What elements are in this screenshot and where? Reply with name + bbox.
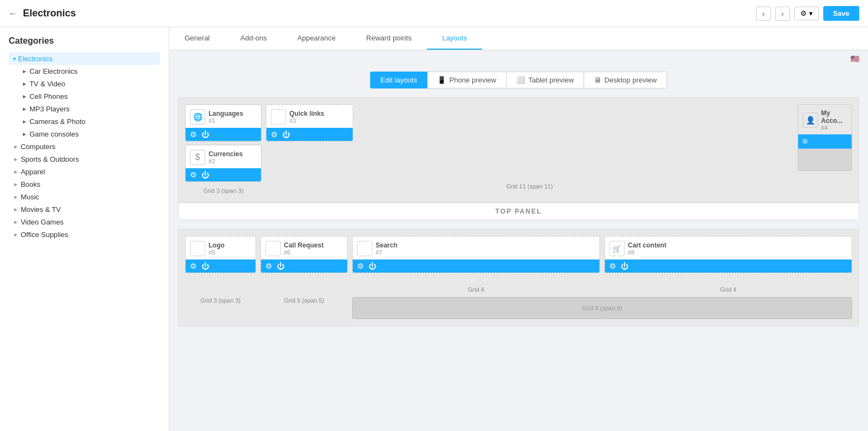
settings-icon[interactable]: ⚙ bbox=[609, 262, 616, 270]
power-icon[interactable]: ⏻ bbox=[201, 170, 209, 179]
block-my-account: 👤 My Acco... #4 ≡ bbox=[798, 104, 852, 171]
sidebar-item-cameras-photo[interactable]: ► Cameras & Photo bbox=[9, 115, 160, 128]
block-my-account-num: #4 bbox=[821, 125, 847, 131]
back-arrow[interactable]: ← bbox=[9, 9, 17, 19]
settings-icon[interactable]: ⚙ bbox=[357, 262, 364, 270]
my-account-column: 👤 My Acco... #4 ≡ bbox=[798, 104, 852, 171]
quick-links-block-wrapper: Quick links #3 ⚙ ⏻ bbox=[266, 104, 793, 141]
phone-preview-button[interactable]: 📱 Phone preview bbox=[427, 72, 507, 88]
power-icon[interactable]: ⏻ bbox=[368, 262, 376, 270]
grid4-cart-col: 🛒 Cart content #8 ⚙ bbox=[604, 236, 852, 295]
block-my-account-title: My Acco... bbox=[821, 109, 847, 125]
block-call-request-title: Call Request bbox=[284, 241, 324, 249]
sidebar-item-music[interactable]: ► Music bbox=[9, 191, 160, 203]
nav-next-button[interactable]: › bbox=[775, 7, 790, 21]
block-logo-text: Logo #5 bbox=[209, 241, 224, 256]
menu-lines-icon[interactable]: ≡ bbox=[802, 137, 807, 146]
sidebar-title: Categories bbox=[9, 36, 160, 46]
block-search-text: Search #7 bbox=[376, 241, 397, 256]
block-currencies-actions: ⚙ ⏻ bbox=[186, 168, 261, 181]
tab-general[interactable]: General bbox=[169, 27, 225, 50]
grid11-empty-area bbox=[266, 145, 793, 178]
chevron-right-icon: ► bbox=[13, 194, 19, 200]
block-call-request-num: #6 bbox=[284, 249, 324, 256]
tab-appearance[interactable]: Appearance bbox=[282, 27, 351, 50]
main-area: Categories ▾ Electronics ► Car Electroni… bbox=[0, 27, 868, 431]
settings-icon[interactable]: ⚙ bbox=[265, 262, 272, 270]
block-search-title: Search bbox=[376, 241, 397, 249]
top-panel-row: 🌐 Languages #1 ⚙ ⏻ bbox=[185, 104, 852, 196]
sidebar-item-books[interactable]: ► Books bbox=[9, 178, 160, 191]
block-logo-actions: ⚙ ⏻ bbox=[186, 259, 255, 273]
gear-button[interactable]: ⚙ ▾ bbox=[794, 7, 819, 20]
settings-icon[interactable]: ⚙ bbox=[190, 170, 197, 179]
sidebar-item-apparel[interactable]: ► Apparel bbox=[9, 166, 160, 178]
power-icon[interactable]: ⏻ bbox=[282, 130, 290, 139]
nav-prev-button[interactable]: ‹ bbox=[756, 7, 771, 21]
grid3-logo-label: Grid 3 (span 3) bbox=[198, 295, 242, 306]
sub-item-label: Cell Phones bbox=[29, 92, 68, 101]
settings-icon[interactable]: ⚙ bbox=[190, 130, 197, 139]
power-icon[interactable]: ⏻ bbox=[201, 262, 209, 270]
grid8-label: Grid 8 (span 8) bbox=[582, 305, 622, 311]
block-languages-header: 🌐 Languages #1 bbox=[186, 105, 261, 128]
sidebar-item-computers[interactable]: ► Computers bbox=[9, 140, 160, 153]
grid3-span3-label: Grid 3 (span 3) bbox=[185, 185, 261, 196]
save-button[interactable]: Save bbox=[823, 6, 859, 21]
sidebar-item-electronics[interactable]: ▾ Electronics bbox=[9, 52, 160, 65]
block-call-request-actions: ⚙ ⏻ bbox=[261, 259, 347, 273]
block-cart-actions: ⚙ ⏻ bbox=[605, 259, 852, 273]
block-search: Search #7 ⚙ ⏻ bbox=[352, 236, 600, 273]
sidebar: Categories ▾ Electronics ► Car Electroni… bbox=[0, 27, 169, 431]
sidebar-item-car-electronics[interactable]: ► Car Electronics bbox=[9, 65, 160, 78]
block-cart-header: 🛒 Cart content #8 bbox=[605, 237, 852, 259]
logo-icon bbox=[190, 241, 205, 256]
sidebar-item-sports-outdoors[interactable]: ► Sports & Outdoors bbox=[9, 153, 160, 166]
currencies-icon: $ bbox=[190, 150, 205, 165]
chevron-down-icon: ▾ bbox=[13, 56, 16, 62]
sidebar-item-video-games[interactable]: ► Video Games bbox=[9, 216, 160, 228]
block-quick-links-actions: ⚙ ⏻ bbox=[266, 128, 353, 141]
edit-layouts-button[interactable]: Edit layouts bbox=[370, 72, 427, 88]
block-logo-title: Logo bbox=[209, 241, 224, 249]
block-cart-num: #8 bbox=[628, 249, 667, 256]
sidebar-item-game-consoles[interactable]: ► Game consoles bbox=[9, 128, 160, 140]
sidebar-item-mp3-players[interactable]: ► MP3 Players bbox=[9, 103, 160, 115]
block-logo-num: #5 bbox=[209, 249, 224, 256]
languages-icon: 🌐 bbox=[190, 109, 205, 125]
my-account-footer bbox=[798, 149, 852, 170]
grid5-call-col: Call Request #6 ⚙ ⏻ Grid 5 (sp bbox=[260, 236, 348, 306]
tab-reward-points[interactable]: Reward points bbox=[351, 27, 427, 50]
power-icon[interactable]: ⏻ bbox=[201, 130, 209, 139]
right-blocks-col: Search #7 ⚙ ⏻ bbox=[352, 236, 852, 319]
page-header: ← Electronics ‹ › ⚙ ▾ Save bbox=[0, 0, 868, 27]
sidebar-item-tv-video[interactable]: ► TV & Video bbox=[9, 78, 160, 90]
settings-icon[interactable]: ⚙ bbox=[190, 262, 197, 270]
block-logo: Logo #5 ⚙ ⏻ bbox=[185, 236, 256, 273]
block-call-request-text: Call Request #6 bbox=[284, 241, 324, 256]
header-panel-inner: Logo #5 ⚙ ⏻ Grid 3 (span 3) bbox=[179, 229, 859, 326]
top-panel-container: 🌐 Languages #1 ⚙ ⏻ bbox=[178, 97, 859, 220]
flag-icon[interactable]: 🇺🇸 bbox=[851, 55, 859, 63]
tab-layouts[interactable]: Layouts bbox=[427, 27, 483, 50]
sidebar-item-office-supplies[interactable]: ► Office Supplies bbox=[9, 228, 160, 241]
grid3-column: 🌐 Languages #1 ⚙ ⏻ bbox=[185, 104, 261, 196]
chevron-right-icon: ► bbox=[13, 181, 19, 187]
block-languages-text: Languages #1 bbox=[209, 110, 243, 124]
block-languages: 🌐 Languages #1 ⚙ ⏻ bbox=[185, 104, 261, 141]
sidebar-item-cell-phones[interactable]: ► Cell Phones bbox=[9, 90, 160, 103]
block-my-account-actions: ≡ bbox=[798, 134, 852, 149]
block-cart-text: Cart content #8 bbox=[628, 241, 667, 256]
bullet-icon: ► bbox=[22, 106, 27, 112]
tablet-preview-button[interactable]: ⬜ Tablet preview bbox=[507, 72, 584, 88]
power-icon[interactable]: ⏻ bbox=[277, 262, 284, 270]
tab-addons[interactable]: Add-ons bbox=[225, 27, 282, 50]
settings-icon[interactable]: ⚙ bbox=[271, 130, 278, 139]
video-games-label: Video Games bbox=[21, 218, 64, 226]
sidebar-item-movies-tv[interactable]: ► Movies & TV bbox=[9, 203, 160, 216]
search-icon bbox=[357, 241, 372, 256]
power-icon[interactable]: ⏻ bbox=[621, 262, 628, 270]
cart-icon: 🛒 bbox=[609, 241, 625, 256]
desktop-preview-button[interactable]: 🖥 Desktop preview bbox=[584, 72, 667, 88]
tablet-icon: ⬜ bbox=[516, 76, 525, 84]
